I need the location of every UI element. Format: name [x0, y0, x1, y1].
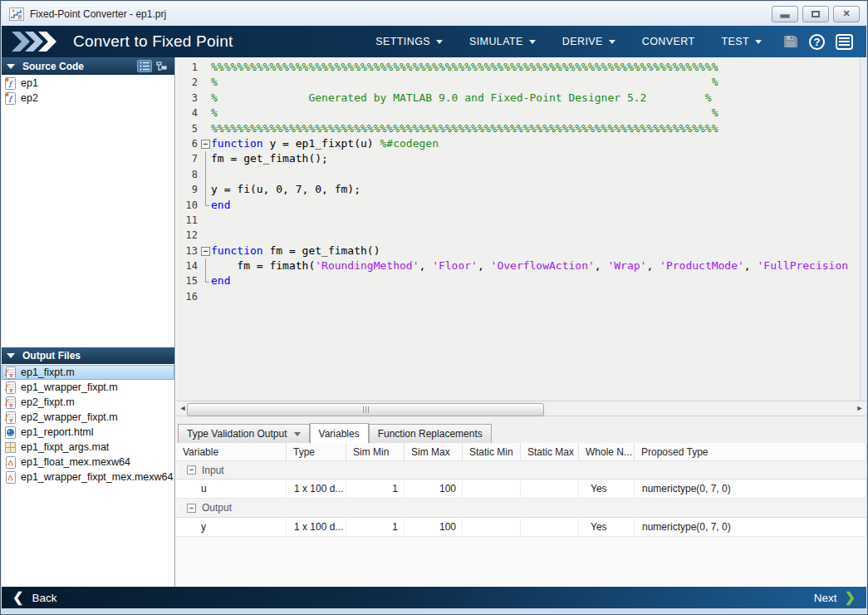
output-file-item[interactable]: ep1_fixpt_args.mat: [2, 440, 174, 455]
code-text: %%%%%%%%%%%%%%%%%%%%%%%%%%%%%%%%%%%%%%%%…: [211, 121, 718, 136]
horizontal-scrollbar[interactable]: ◄ ►: [176, 401, 866, 416]
app-window: fi Fixed-Point Converter - ep1.prj ✕ Con…: [0, 0, 868, 615]
list-view-icon[interactable]: [137, 60, 152, 72]
collapse-triangle-icon[interactable]: [7, 64, 15, 69]
menu-test[interactable]: TEST: [721, 36, 762, 47]
code-text: y = fi(u, 0, 7, 0, fm);: [211, 182, 360, 197]
column-header-sim-max[interactable]: Sim Max: [405, 443, 463, 460]
menu-label: SIMULATE: [469, 36, 523, 47]
mfile-file-icon: fx: [4, 411, 17, 424]
code-segment: 'ProductMode': [660, 259, 744, 272]
output-file-item[interactable]: fxep2_wrapper_fixpt.m: [2, 410, 174, 425]
variables-table-header: VariableTypeSim MinSim MaxStatic MinStat…: [176, 443, 866, 461]
source-file-label: ep1: [21, 77, 38, 89]
menu-label: DERIVE: [562, 36, 603, 47]
vertical-scrollbar[interactable]: [860, 57, 866, 401]
mfile-file-icon: fx: [4, 396, 17, 409]
output-file-item[interactable]: ep1_report.html: [2, 425, 174, 440]
code-segment: ,: [419, 259, 432, 272]
output-files-panel-title: Output Files: [22, 350, 81, 362]
tab-type-validation-output[interactable]: Type Validation Output: [178, 424, 310, 443]
menu-convert[interactable]: CONVERT: [642, 36, 695, 47]
output-files-panel-header[interactable]: Output Files: [2, 347, 174, 364]
dropdown-caret-icon: [436, 40, 443, 44]
output-files-list: fxep1_fixpt.mfxep1_wrapper_fixpt.mfxep2_…: [2, 365, 174, 485]
output-file-item[interactable]: fxep1_fixpt.m: [2, 365, 174, 380]
menu-derive[interactable]: DERIVE: [562, 36, 615, 47]
collapse-triangle-icon[interactable]: [7, 353, 15, 358]
back-chevron-icon[interactable]: ❮: [12, 591, 23, 604]
source-file-label: ep2: [21, 92, 38, 104]
output-file-item[interactable]: ep1_float_mex.mexw64: [2, 455, 174, 470]
tree-view-icon[interactable]: [154, 60, 169, 72]
output-file-item[interactable]: fxep2_fixpt.m: [2, 395, 174, 410]
code-segment: 'RoundingMethod': [315, 259, 419, 272]
code-segment: 'Wrap': [607, 259, 646, 272]
output-file-item[interactable]: ep1_wrapper_fixpt_mex.mexw64: [2, 470, 174, 485]
column-header-sim-min[interactable]: Sim Min: [346, 443, 405, 460]
column-header-type[interactable]: Type: [287, 443, 346, 460]
line-number: 4: [176, 106, 200, 121]
output-file-label: ep1_wrapper_fixpt_mex.mexw64: [21, 471, 173, 483]
maximize-button[interactable]: [802, 6, 829, 22]
tab-dropdown-caret-icon[interactable]: [294, 432, 301, 436]
group-row-input[interactable]: −Input: [176, 460, 866, 480]
code-fold-guide: [200, 60, 211, 75]
mex-file-icon: [4, 471, 17, 484]
scrollbar-thumb[interactable]: [187, 403, 544, 416]
close-button[interactable]: ✕: [833, 6, 860, 22]
dropdown-caret-icon: [529, 40, 536, 44]
tab-variables[interactable]: Variables: [310, 423, 369, 444]
save-icon[interactable]: [783, 34, 798, 49]
column-header-proposed-type[interactable]: Proposed Type: [635, 443, 866, 460]
code-fold-toggle[interactable]: [200, 136, 211, 151]
collapse-box-icon[interactable]: −: [187, 504, 196, 513]
code-text: fm = get_fimath();: [211, 151, 328, 166]
column-header-static-min[interactable]: Static Min: [463, 443, 521, 460]
code-line: 10end: [176, 198, 866, 213]
output-file-label: ep1_fixpt_args.mat: [21, 441, 109, 453]
scroll-right-arrow-icon[interactable]: ►: [854, 403, 866, 414]
tab-function-replacements[interactable]: Function Replacements: [369, 424, 492, 443]
table-row[interactable]: y1 x 100 d...1100Yesnumerictype(0, 7, 0): [176, 518, 866, 537]
source-file-item[interactable]: fep1: [2, 76, 174, 91]
code-text: end: [211, 273, 230, 288]
menu-settings[interactable]: SETTINGS: [375, 36, 443, 47]
line-number: 9: [176, 182, 200, 197]
line-number: 16: [176, 289, 200, 304]
output-file-item[interactable]: fxep1_wrapper_fixpt.m: [2, 380, 174, 395]
menu-label: TEST: [721, 36, 749, 47]
source-code-panel-header[interactable]: Source Code: [2, 57, 174, 75]
mex-file-icon: [4, 456, 17, 469]
help-icon[interactable]: ?: [809, 34, 825, 50]
code-segment: % %: [211, 76, 718, 88]
group-label: Input: [202, 465, 224, 476]
tab-label: Variables: [319, 428, 360, 440]
menu-label: CONVERT: [642, 36, 695, 47]
table-row[interactable]: u1 x 100 d...1100Yesnumerictype(0, 7, 0): [176, 480, 866, 499]
code-segment: fm = fimath(: [211, 259, 315, 272]
column-header-static-max[interactable]: Static Max: [521, 443, 579, 460]
back-button[interactable]: Back: [32, 592, 56, 604]
column-header-variable[interactable]: Variable: [176, 443, 287, 460]
code-fold-guide: [200, 258, 211, 273]
menu-icon[interactable]: [836, 34, 853, 50]
column-header-whole-n-[interactable]: Whole N...: [579, 443, 635, 460]
minimize-button[interactable]: [772, 6, 798, 22]
code-editor[interactable]: 1%%%%%%%%%%%%%%%%%%%%%%%%%%%%%%%%%%%%%%%…: [176, 57, 866, 401]
menu-simulate[interactable]: SIMULATE: [469, 36, 536, 47]
source-file-item[interactable]: fep2: [2, 91, 174, 106]
cell-sim-max: 100: [405, 480, 463, 498]
tab-label: Function Replacements: [378, 428, 483, 440]
next-button[interactable]: Next ❯: [814, 591, 856, 604]
code-fold-toggle[interactable]: [200, 244, 211, 258]
code-segment: end: [211, 199, 230, 211]
code-segment: end: [211, 274, 230, 287]
bottom-panel-tabs: Type Validation OutputVariablesFunction …: [176, 422, 866, 444]
group-row-output[interactable]: −Output: [176, 499, 866, 518]
code-line: 12: [176, 228, 866, 243]
code-line: 8: [176, 167, 866, 182]
code-line: 4% %: [176, 106, 866, 121]
cell-static-min: [463, 480, 521, 498]
collapse-box-icon[interactable]: −: [187, 465, 196, 475]
